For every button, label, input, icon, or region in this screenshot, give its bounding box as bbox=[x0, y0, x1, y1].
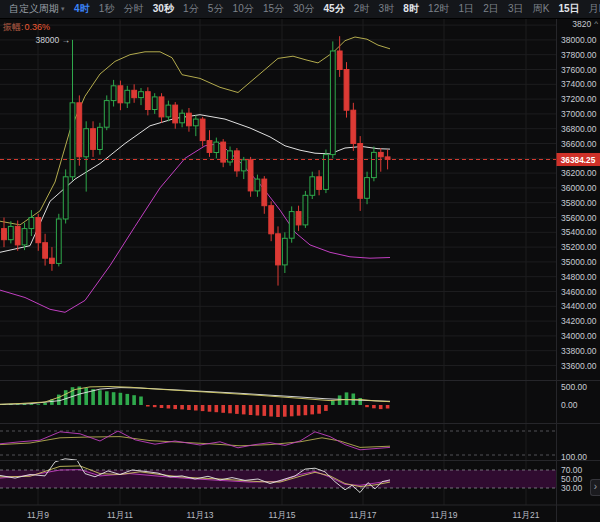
candle-body bbox=[317, 177, 322, 190]
candle-body bbox=[118, 86, 123, 103]
period-button-5[interactable]: 5分 bbox=[203, 0, 228, 18]
kdj-axis-label: 30.00 bbox=[561, 483, 583, 493]
period-button-3[interactable]: 30秒 bbox=[148, 0, 178, 18]
time-axis-label: 11月11 bbox=[107, 510, 133, 520]
candle-body bbox=[91, 129, 96, 150]
price-axis-label: 36000.00 bbox=[561, 183, 597, 193]
panel-expand-arrow[interactable]: › bbox=[590, 479, 600, 496]
period-button-13[interactable]: 12时 bbox=[424, 0, 454, 18]
macd-histogram-bar bbox=[173, 405, 177, 409]
period-button-10[interactable]: 2时 bbox=[349, 0, 374, 18]
candle-body bbox=[70, 103, 75, 177]
macd-histogram-bar bbox=[194, 405, 198, 411]
toolbar: 自定义周期 ▾ 4时1秒分时30秒1分5分10分15分30分45分2时3时8时1… bbox=[0, 0, 600, 19]
macd-histogram-bar bbox=[64, 390, 68, 405]
period-button-8[interactable]: 30分 bbox=[289, 0, 319, 18]
period-button-7[interactable]: 15分 bbox=[258, 0, 288, 18]
candle-body bbox=[50, 258, 55, 263]
macd-histogram-bar bbox=[208, 405, 212, 412]
candle-body bbox=[351, 110, 356, 143]
candle-body bbox=[365, 178, 370, 199]
price-axis-label: 37600.00 bbox=[561, 65, 597, 75]
period-button-14[interactable]: 1日 bbox=[454, 0, 479, 18]
candle-body bbox=[200, 119, 205, 141]
custom-period-button[interactable]: 自定义周期 ▾ bbox=[4, 2, 70, 16]
axis-top-clipped-label: 3820 bbox=[572, 19, 591, 29]
candle-body bbox=[235, 151, 240, 171]
macd-histogram-bar bbox=[256, 405, 260, 416]
price-annotation: 38000 → bbox=[36, 35, 71, 45]
candle-body bbox=[139, 92, 144, 98]
macd-histogram-bar bbox=[317, 405, 321, 414]
candle-body bbox=[166, 105, 171, 117]
macd-histogram-bar bbox=[365, 405, 369, 407]
candle-body bbox=[344, 70, 349, 111]
time-axis-label: 11月9 bbox=[27, 510, 49, 520]
candle-body bbox=[125, 90, 130, 103]
macd-histogram-bar bbox=[30, 404, 34, 405]
macd-histogram-bar bbox=[57, 395, 61, 405]
period-button-15[interactable]: 2日 bbox=[479, 0, 504, 18]
kdj-axis-label: 100.00 bbox=[561, 452, 587, 462]
candle-body bbox=[282, 238, 287, 265]
period-button-1[interactable]: 1秒 bbox=[94, 0, 119, 18]
candle-body bbox=[337, 51, 342, 70]
macd-histogram-bar bbox=[98, 390, 102, 405]
period-button-9[interactable]: 45分 bbox=[319, 0, 349, 18]
candle-body bbox=[104, 101, 109, 128]
period-button-0[interactable]: 4时 bbox=[70, 0, 95, 18]
kline-canvas[interactable]: 36384.2538000 →38000.0037800.0037600.003… bbox=[0, 19, 600, 522]
candle-body bbox=[15, 226, 20, 245]
macd-histogram-bar bbox=[146, 405, 150, 407]
custom-period-label: 自定义周期 bbox=[9, 2, 59, 16]
price-axis-label: 36200.00 bbox=[561, 168, 597, 178]
oscillator-line-a bbox=[0, 431, 390, 450]
candle-body bbox=[358, 144, 363, 199]
period-button-17[interactable]: 周K bbox=[528, 0, 554, 18]
price-axis-label: 35600.00 bbox=[561, 213, 597, 223]
macd-histogram-bar bbox=[201, 405, 205, 411]
period-button-4[interactable]: 1分 bbox=[179, 0, 204, 18]
kdj-band bbox=[0, 470, 556, 488]
candle-body bbox=[241, 160, 246, 171]
candle-body bbox=[111, 86, 116, 101]
candle-body bbox=[36, 218, 41, 243]
period-button-12[interactable]: 8时 bbox=[399, 0, 424, 18]
price-axis-label: 37000.00 bbox=[561, 109, 597, 119]
macd-histogram-bar bbox=[112, 392, 116, 405]
candle-body bbox=[43, 243, 48, 259]
candle-body bbox=[187, 113, 192, 126]
price-axis-label: 37800.00 bbox=[561, 50, 597, 60]
chart-area[interactable]: 36384.2538000 →38000.0037800.0037600.003… bbox=[0, 19, 600, 522]
period-button-16[interactable]: 3日 bbox=[503, 0, 528, 18]
axis-collapse-button[interactable]: 3820 ^ bbox=[572, 19, 598, 29]
period-button-18[interactable]: 15日 bbox=[554, 0, 584, 18]
candle-body bbox=[248, 160, 253, 191]
candle-body bbox=[132, 90, 137, 97]
candle-body bbox=[77, 103, 82, 157]
macd-histogram-bar bbox=[324, 405, 328, 411]
candle-body bbox=[276, 234, 281, 265]
price-axis-label: 34200.00 bbox=[561, 316, 597, 326]
macd-histogram-bar bbox=[126, 394, 130, 405]
macd-histogram-bar bbox=[263, 405, 267, 416]
chevron-up-icon: ^ bbox=[594, 20, 598, 28]
price-axis-label: 35800.00 bbox=[561, 198, 597, 208]
candle-body bbox=[84, 129, 89, 157]
period-button-19[interactable]: 月K bbox=[584, 0, 600, 18]
candle-body bbox=[180, 113, 185, 123]
macd-histogram-bar bbox=[221, 405, 225, 413]
macd-histogram-bar bbox=[235, 405, 239, 414]
price-axis-label: 35400.00 bbox=[561, 227, 597, 237]
price-axis-label: 35000.00 bbox=[561, 257, 597, 267]
candle-body bbox=[310, 177, 315, 196]
time-axis-label: 11月21 bbox=[513, 510, 540, 520]
period-button-11[interactable]: 3时 bbox=[374, 0, 399, 18]
candle-body bbox=[372, 152, 377, 177]
macd-histogram-bar bbox=[345, 392, 349, 405]
macd-histogram-bar bbox=[84, 388, 88, 405]
macd-histogram-bar bbox=[290, 405, 294, 416]
period-button-6[interactable]: 10分 bbox=[228, 0, 258, 18]
macd-histogram-bar bbox=[310, 405, 314, 414]
period-button-2[interactable]: 分时 bbox=[119, 0, 148, 18]
